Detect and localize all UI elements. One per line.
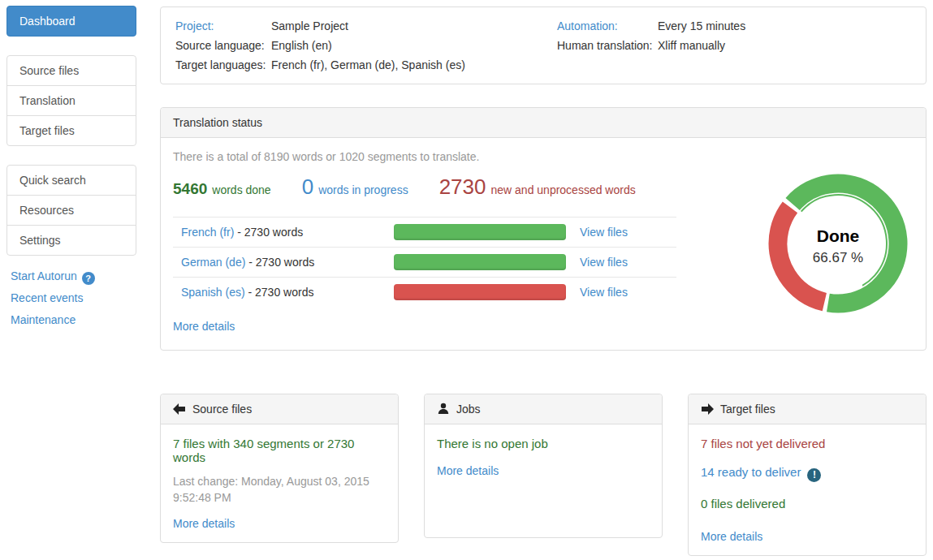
words-done-value: 5460 xyxy=(173,180,207,198)
new-words-value: 2730 xyxy=(439,174,486,200)
human-translation-label: Human translation: xyxy=(557,36,658,55)
language-link-german[interactable]: German (de) xyxy=(181,256,245,269)
bottom-panels: Source files 7 files with 340 segments o… xyxy=(160,394,927,556)
translation-status-title: Translation status xyxy=(161,108,926,138)
language-cell: German (de) - 2730 words xyxy=(181,256,394,269)
table-row: French (fr) - 2730 words View files xyxy=(173,217,676,247)
progress-bar-track xyxy=(394,254,566,270)
maintenance-link[interactable]: Maintenance xyxy=(11,313,136,326)
source-files-panel-header: Source files xyxy=(161,394,398,424)
sidebar-item-settings[interactable]: Settings xyxy=(7,226,136,255)
project-name: Sample Project xyxy=(271,16,348,36)
help-icon[interactable]: ? xyxy=(82,272,95,285)
table-row: German (de) - 2730 words View files xyxy=(173,247,676,277)
project-info-left: Project: Sample Project Source language:… xyxy=(175,16,557,75)
target-files-panel-title: Target files xyxy=(720,403,775,416)
sidebar: Dashboard Source files Translation Targe… xyxy=(6,6,136,335)
jobs-more-details-link[interactable]: More details xyxy=(437,464,499,477)
source-language-label: Source language: xyxy=(175,36,271,55)
recent-events-link[interactable]: Recent events xyxy=(11,291,136,304)
automation-value: Every 15 minutes xyxy=(658,16,745,36)
stat-new-words: 2730 new and unprocessed words xyxy=(439,174,636,200)
words-in-progress-value: 0 xyxy=(302,174,313,200)
jobs-summary: There is no open job xyxy=(437,437,650,450)
sidebar-item-translation[interactable]: Translation xyxy=(7,86,136,116)
language-words: - 2730 words xyxy=(245,286,314,299)
sidebar-item-resources[interactable]: Resources xyxy=(7,196,136,226)
project-info-panel: Project: Sample Project Source language:… xyxy=(160,6,927,84)
language-words: - 2730 words xyxy=(245,256,314,269)
sidebar-links: Start Autorun? Recent events Maintenance xyxy=(6,269,136,326)
language-cell: Spanish (es) - 2730 words xyxy=(181,286,394,299)
automation-link[interactable]: Automation: xyxy=(557,16,658,36)
progress-bar xyxy=(394,254,566,270)
language-link-spanish[interactable]: Spanish (es) xyxy=(181,286,245,299)
language-table: French (fr) - 2730 words View files Germ… xyxy=(173,217,676,307)
files-delivered: 0 files delivered xyxy=(701,497,914,510)
progress-bar xyxy=(394,284,566,300)
source-files-panel: Source files 7 files with 340 segments o… xyxy=(160,394,399,543)
table-row: Spanish (es) - 2730 words View files xyxy=(173,277,676,307)
target-files-more-details-link[interactable]: More details xyxy=(701,530,762,543)
main-content: Project: Sample Project Source language:… xyxy=(160,6,927,556)
project-info-right: Automation: Every 15 minutes Human trans… xyxy=(557,16,745,75)
source-language-value: English (en) xyxy=(271,36,332,55)
human-translation-value: Xliff manually xyxy=(658,36,725,55)
view-files-link[interactable]: View files xyxy=(580,256,628,269)
dashboard-page: Dashboard Source files Translation Targe… xyxy=(0,0,933,560)
target-languages-label: Target languages: xyxy=(175,55,271,75)
target-files-panel: Target files 7 files not yet delivered 1… xyxy=(688,394,927,556)
status-summary: There is a total of 8190 words or 1020 s… xyxy=(173,150,914,163)
jobs-panel-title: Jobs xyxy=(456,403,481,416)
source-files-last-change: Last change: Monday, August 03, 2015 9:5… xyxy=(173,473,386,506)
sidebar-item-quick-search[interactable]: Quick search xyxy=(7,166,136,196)
progress-bar xyxy=(394,224,566,240)
target-files-panel-header: Target files xyxy=(689,394,926,424)
view-files-link[interactable]: View files xyxy=(580,226,628,239)
stat-words-in-progress: 0 words in progress xyxy=(302,174,408,200)
new-words-label: new and unprocessed words xyxy=(490,183,635,196)
start-autorun-link[interactable]: Start Autorun xyxy=(11,269,77,282)
donut-center-label: Done xyxy=(817,226,860,245)
translation-status-panel: Translation status There is a total of 8… xyxy=(160,107,927,351)
language-words: - 2730 words xyxy=(234,226,303,239)
sidebar-tools-group: Quick search Resources Settings xyxy=(6,165,136,256)
source-files-summary: 7 files with 340 segments or 2730 words xyxy=(173,437,386,464)
source-files-more-details-link[interactable]: More details xyxy=(173,517,235,530)
donut-center-percent: 66.67 % xyxy=(813,250,863,265)
progress-bar-track xyxy=(394,284,566,300)
view-files-link[interactable]: View files xyxy=(580,286,628,299)
project-link[interactable]: Project: xyxy=(175,16,271,36)
target-languages-value: French (fr), German (de), Spanish (es) xyxy=(271,55,465,75)
language-link-french[interactable]: French (fr) xyxy=(181,226,234,239)
dashboard-button[interactable]: Dashboard xyxy=(6,6,136,37)
words-done-label: words done xyxy=(212,183,270,196)
progress-bar-track xyxy=(394,224,566,240)
info-icon[interactable]: ! xyxy=(807,468,821,482)
jobs-panel-header: Jobs xyxy=(425,394,662,424)
person-icon xyxy=(437,403,450,416)
words-in-progress-label: words in progress xyxy=(318,183,408,196)
status-more-details-link[interactable]: More details xyxy=(173,320,235,333)
ready-to-deliver-row: 14 ready to deliver! xyxy=(701,465,914,482)
sidebar-item-source-files[interactable]: Source files xyxy=(7,56,136,86)
language-cell: French (fr) - 2730 words xyxy=(181,226,394,239)
ready-to-deliver-link[interactable]: 14 ready to deliver xyxy=(701,465,801,479)
files-not-delivered: 7 files not yet delivered xyxy=(701,437,914,450)
sidebar-nav-group: Source files Translation Target files xyxy=(6,55,136,146)
source-files-panel-title: Source files xyxy=(192,403,252,416)
done-donut-chart: Done 66.67 % xyxy=(768,174,908,313)
right-arrow-icon xyxy=(701,403,714,416)
sidebar-item-target-files[interactable]: Target files xyxy=(7,116,136,145)
jobs-panel: Jobs There is no open job More details xyxy=(424,394,663,538)
left-arrow-icon xyxy=(173,403,186,416)
stat-words-done: 5460 words done xyxy=(173,180,271,198)
